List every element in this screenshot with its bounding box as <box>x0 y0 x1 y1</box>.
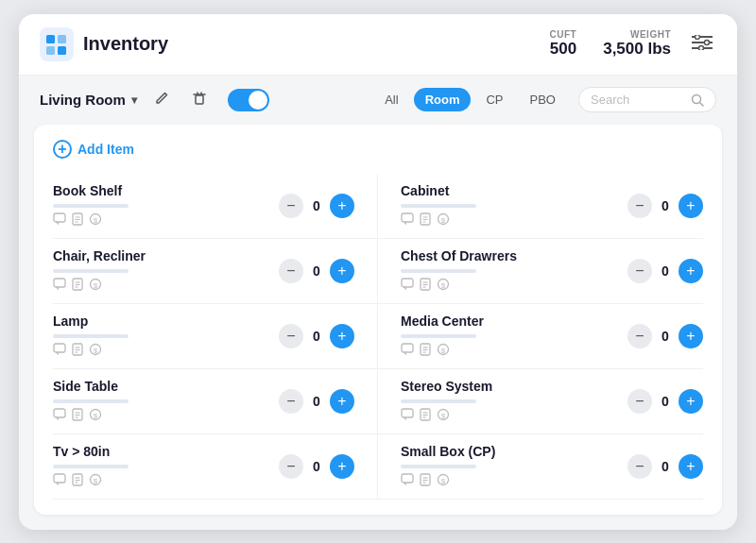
search-icon <box>691 93 704 107</box>
qty-increase-button[interactable]: + <box>679 259 703 283</box>
qty-decrease-button[interactable]: − <box>279 389 303 414</box>
qty-decrease-button[interactable]: − <box>627 194 652 218</box>
item-left: Book Shelf <box>53 183 279 229</box>
weight-stat: WEIGHT 3,500 lbs <box>603 29 671 59</box>
comment-icon[interactable] <box>53 278 66 293</box>
item-qty-control: − 0 + <box>279 259 354 283</box>
toolbar: Living Room ▾ AllRoomCPPBO <box>19 76 737 125</box>
item-main: Small Box (CP) <box>401 444 703 489</box>
qty-value: 0 <box>660 394 671 409</box>
item-name: Chair, Recliner <box>53 248 279 263</box>
qty-decrease-button[interactable]: − <box>279 324 303 348</box>
price-icon[interactable]: $ <box>437 473 450 489</box>
qty-increase-button[interactable]: + <box>330 454 354 479</box>
list-item: Small Box (CP) <box>378 434 703 500</box>
price-icon[interactable]: $ <box>437 343 450 359</box>
comment-icon[interactable] <box>401 408 414 423</box>
edit-icon <box>154 91 169 106</box>
comment-icon[interactable] <box>401 212 414 228</box>
filter-tabs: AllRoomCPPBO <box>373 88 567 111</box>
filter-tab-room[interactable]: Room <box>414 88 472 111</box>
item-main: Book Shelf <box>53 183 354 229</box>
filter-tab-cp[interactable]: CP <box>474 88 514 111</box>
comment-icon[interactable] <box>53 343 66 358</box>
svg-text:$: $ <box>441 346 446 354</box>
price-icon[interactable]: $ <box>89 278 102 294</box>
svg-rect-90 <box>402 474 413 483</box>
add-item-button[interactable]: + Add Item <box>53 140 134 159</box>
item-qty-control: − 0 + <box>627 389 703 414</box>
qty-value: 0 <box>660 198 671 213</box>
qty-decrease-button[interactable]: − <box>279 194 303 218</box>
qty-increase-button[interactable]: + <box>330 389 354 414</box>
document-icon[interactable] <box>420 343 431 359</box>
room-selector[interactable]: Living Room ▾ <box>40 92 137 108</box>
svg-point-8 <box>696 35 700 40</box>
room-name: Living Room <box>40 92 126 108</box>
item-left: Side Table <box>53 379 279 424</box>
filter-settings-button[interactable] <box>688 31 716 57</box>
price-icon[interactable]: $ <box>437 278 450 294</box>
delete-room-button[interactable] <box>186 87 213 113</box>
inventory-logo-icon <box>40 27 74 61</box>
search-input[interactable] <box>591 93 685 107</box>
header-logo: Inventory <box>40 27 550 61</box>
qty-increase-button[interactable]: + <box>679 454 703 479</box>
toggle-switch[interactable] <box>228 89 269 111</box>
search-box <box>578 87 716 112</box>
svg-text:$: $ <box>94 411 98 419</box>
item-icons: $ <box>401 408 627 424</box>
qty-decrease-button[interactable]: − <box>627 324 652 348</box>
qty-increase-button[interactable]: + <box>679 194 703 218</box>
document-icon[interactable] <box>72 212 83 229</box>
qty-decrease-button[interactable]: − <box>627 259 652 283</box>
comment-icon[interactable] <box>401 278 414 293</box>
qty-increase-button[interactable]: + <box>679 389 703 414</box>
filter-tab-all[interactable]: All <box>373 88 409 111</box>
svg-rect-18 <box>54 213 65 222</box>
qty-decrease-button[interactable]: − <box>627 454 652 479</box>
svg-rect-58 <box>402 344 413 352</box>
comment-icon[interactable] <box>53 212 66 228</box>
svg-rect-66 <box>54 409 65 417</box>
qty-value: 0 <box>311 394 322 409</box>
item-icons: $ <box>53 278 279 294</box>
item-icons: $ <box>53 408 279 424</box>
item-left: Stereo System <box>401 379 627 424</box>
document-icon[interactable] <box>72 278 83 294</box>
price-icon[interactable]: $ <box>89 212 102 229</box>
qty-decrease-button[interactable]: − <box>279 259 303 283</box>
document-icon[interactable] <box>420 212 431 229</box>
add-item-label: Add Item <box>77 142 134 157</box>
filter-tab-pbo[interactable]: PBO <box>519 88 567 111</box>
list-item: Cabinet <box>378 174 703 239</box>
comment-icon[interactable] <box>401 473 414 488</box>
comment-icon[interactable] <box>53 473 66 488</box>
document-icon[interactable] <box>420 408 431 424</box>
qty-increase-button[interactable]: + <box>330 259 354 283</box>
comment-icon[interactable] <box>53 408 66 423</box>
edit-room-button[interactable] <box>148 87 175 113</box>
qty-decrease-button[interactable]: − <box>279 454 303 479</box>
price-icon[interactable]: $ <box>89 408 102 424</box>
qty-decrease-button[interactable]: − <box>627 389 652 414</box>
qty-increase-button[interactable]: + <box>330 324 354 348</box>
document-icon[interactable] <box>72 343 83 359</box>
price-icon[interactable]: $ <box>437 212 450 229</box>
document-icon[interactable] <box>72 408 83 424</box>
item-main: Side Table <box>53 379 354 424</box>
items-grid: Book Shelf <box>53 174 703 500</box>
qty-increase-button[interactable]: + <box>330 194 354 218</box>
document-icon[interactable] <box>420 473 431 489</box>
item-name: Small Box (CP) <box>401 444 627 459</box>
document-icon[interactable] <box>72 473 83 489</box>
list-item: Book Shelf <box>53 174 378 239</box>
price-icon[interactable]: $ <box>437 408 450 424</box>
price-icon[interactable]: $ <box>89 343 102 359</box>
item-name: Lamp <box>53 314 279 329</box>
comment-icon[interactable] <box>401 343 414 358</box>
price-icon[interactable]: $ <box>89 473 102 489</box>
svg-rect-26 <box>402 213 413 222</box>
document-icon[interactable] <box>420 278 431 294</box>
qty-increase-button[interactable]: + <box>679 324 703 348</box>
